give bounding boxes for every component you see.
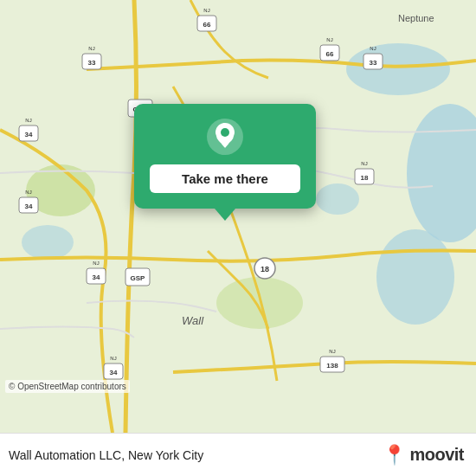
svg-text:NJ: NJ	[361, 161, 367, 166]
svg-text:NJ: NJ	[203, 8, 209, 13]
svg-text:66: 66	[326, 50, 334, 58]
location-pin-icon	[206, 118, 244, 156]
svg-text:18: 18	[261, 265, 269, 273]
svg-text:18: 18	[361, 174, 369, 182]
svg-text:NJ: NJ	[110, 356, 116, 361]
svg-text:NJ: NJ	[326, 37, 332, 42]
take-me-there-button[interactable]: Take me there	[150, 164, 300, 193]
svg-text:Wall: Wall	[182, 314, 204, 327]
svg-text:34: 34	[93, 273, 100, 281]
moovit-logo: 📍 moovit	[383, 444, 464, 466]
svg-point-1	[346, 43, 450, 95]
svg-text:34: 34	[25, 131, 33, 138]
svg-text:NJ: NJ	[329, 349, 335, 354]
svg-text:NJ: NJ	[25, 190, 31, 195]
moovit-logo-text: moovit	[409, 445, 464, 465]
map-attribution: © OpenStreetMap contributors	[5, 380, 130, 393]
location-title: Wall Automation LLC, New York City	[9, 448, 203, 462]
bottom-bar: Wall Automation LLC, New York City 📍 moo…	[0, 433, 476, 476]
svg-point-3	[376, 229, 454, 325]
svg-text:NJ: NJ	[88, 46, 94, 51]
moovit-pin-icon: 📍	[383, 444, 406, 466]
svg-point-49	[221, 128, 229, 137]
map-container: 66 NJ 33 NJ 33 NJ GSP GSP 34 NJ 34 NJ 34…	[0, 0, 476, 433]
svg-text:NJ: NJ	[25, 118, 31, 123]
svg-point-7	[216, 277, 303, 329]
popup-card: Take me there	[134, 104, 316, 209]
svg-text:NJ: NJ	[93, 261, 99, 266]
svg-text:34: 34	[110, 369, 118, 376]
svg-point-5	[22, 225, 74, 260]
svg-text:GSP: GSP	[131, 274, 146, 282]
svg-text:Neptune: Neptune	[398, 13, 434, 23]
svg-text:34: 34	[25, 203, 33, 210]
svg-text:138: 138	[326, 362, 338, 370]
svg-text:33: 33	[88, 59, 96, 67]
svg-point-4	[316, 183, 359, 215]
svg-text:NJ: NJ	[370, 46, 376, 51]
svg-text:33: 33	[370, 59, 377, 67]
map-background: 66 NJ 33 NJ 33 NJ GSP GSP 34 NJ 34 NJ 34…	[0, 0, 476, 433]
svg-text:66: 66	[203, 21, 211, 29]
